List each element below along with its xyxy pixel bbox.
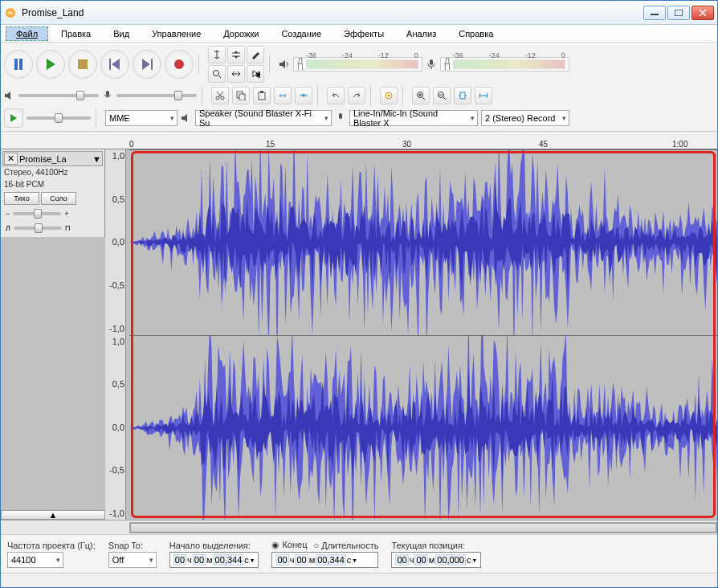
snap-to-combo[interactable]: Off: [108, 552, 157, 568]
mute-button[interactable]: Тихо: [4, 192, 39, 205]
audio-host-combo[interactable]: MME: [105, 110, 177, 126]
selection-start-time[interactable]: 00ч 00м 00,344с▾: [169, 552, 259, 568]
svg-rect-12: [106, 91, 109, 96]
record-channels-combo[interactable]: 2 (Stereo) Record: [481, 110, 569, 126]
selection-start-label: Начало выделения:: [169, 541, 259, 550]
track-collapse-button[interactable]: ▲: [1, 510, 105, 520]
audio-position-label: Текущая позиция:: [391, 541, 481, 550]
svg-rect-3: [14, 59, 18, 70]
menu-tracks[interactable]: Дорожки: [214, 27, 268, 40]
svg-rect-24: [339, 113, 342, 119]
track-format: Стерео, 44100Hz: [2, 166, 103, 178]
input-volume-icon: [102, 90, 113, 101]
fit-selection-button[interactable]: [454, 87, 471, 104]
menu-control[interactable]: Управление: [142, 27, 210, 40]
svg-rect-2: [675, 10, 683, 16]
record-meter[interactable]: ЛП -36-24-120: [440, 57, 569, 71]
envelope-tool[interactable]: [227, 46, 245, 63]
svg-rect-1: [651, 14, 659, 15]
track-area: ✕ Promise_La ▼ Стерео, 44100Hz 16-bit PC…: [1, 149, 717, 520]
svg-rect-7: [151, 59, 153, 70]
input-device-icon: [335, 112, 346, 124]
solo-button[interactable]: Соло: [41, 192, 76, 205]
status-bar: [1, 573, 717, 587]
track-menu-button[interactable]: ▼: [92, 154, 101, 164]
svg-rect-16: [239, 94, 245, 100]
undo-button[interactable]: [327, 87, 345, 104]
output-volume-slider[interactable]: [18, 94, 99, 97]
silence-button[interactable]: [295, 87, 312, 104]
track-close-button[interactable]: ✕: [4, 153, 18, 165]
redo-button[interactable]: [348, 87, 365, 104]
toolbars: ✱ ЛП -36-24-120 ЛП: [1, 43, 717, 132]
svg-rect-17: [259, 92, 265, 100]
multi-tool[interactable]: ✱: [247, 65, 264, 83]
menu-edit[interactable]: Правка: [51, 27, 100, 40]
window-title: Promise_Land: [22, 7, 642, 18]
paste-button[interactable]: [253, 87, 271, 104]
menu-create[interactable]: Создание: [271, 27, 331, 40]
skip-start-button[interactable]: [100, 50, 129, 79]
zoom-in-button[interactable]: [412, 87, 430, 104]
menu-file[interactable]: Файл: [6, 27, 48, 41]
horizontal-scrollbar[interactable]: [1, 520, 717, 534]
output-device-combo[interactable]: Speaker (Sound Blaster X-Fi Su: [195, 110, 332, 126]
waveform-area[interactable]: [129, 149, 717, 520]
end-radio[interactable]: ◉ Конец: [271, 540, 307, 550]
track-pan-slider[interactable]: [14, 227, 62, 230]
length-radio[interactable]: ○ Длительность: [313, 541, 378, 550]
svg-rect-5: [78, 59, 88, 69]
project-rate-label: Частота проекта (Гц):: [7, 541, 96, 550]
pause-button[interactable]: [4, 50, 33, 79]
fit-project-button[interactable]: [475, 87, 492, 104]
output-device-icon: [181, 112, 192, 124]
input-volume-slider[interactable]: [116, 94, 197, 97]
zoom-out-button[interactable]: [433, 87, 451, 104]
svg-rect-6: [109, 59, 111, 70]
output-volume-icon: [4, 90, 15, 101]
zoom-tool[interactable]: [208, 65, 226, 83]
menu-effects[interactable]: Эффекты: [334, 27, 394, 40]
titlebar: Promise_Land: [1, 1, 717, 25]
svg-point-8: [174, 59, 184, 69]
svg-rect-4: [19, 59, 22, 70]
track-bitdepth: 16-bit PCM: [2, 178, 103, 190]
menu-view[interactable]: Вид: [104, 27, 139, 40]
selection-end-time[interactable]: 00ч 00м 00,344с▾: [271, 552, 378, 568]
draw-tool[interactable]: [247, 46, 264, 63]
input-device-combo[interactable]: Line-In/Mic-In (Sound Blaster X: [349, 110, 478, 126]
audio-position-time[interactable]: 00ч 00м 00,000с▾: [391, 552, 481, 568]
menu-analyze[interactable]: Анализ: [397, 27, 446, 40]
track-gain-slider[interactable]: [13, 212, 61, 215]
svg-rect-23: [460, 92, 465, 99]
svg-point-9: [214, 71, 219, 76]
mic-icon: [426, 59, 437, 70]
play-button[interactable]: [36, 50, 65, 79]
sync-lock-button[interactable]: [380, 87, 398, 104]
track-control-panel: ✕ Promise_La ▼ Стерео, 44100Hz 16-bit PC…: [1, 149, 105, 237]
copy-button[interactable]: [232, 87, 250, 104]
stop-button[interactable]: [68, 50, 97, 79]
record-button[interactable]: [165, 50, 194, 79]
snap-to-label: Snap To:: [108, 541, 157, 550]
svg-text:✱: ✱: [255, 70, 260, 79]
skip-end-button[interactable]: [133, 50, 161, 79]
project-rate-combo[interactable]: 44100: [7, 552, 63, 568]
vertical-scale-left: 1,00,50,0-0,5-1,0: [105, 149, 126, 335]
play-speed-slider[interactable]: [27, 116, 91, 120]
playback-meter[interactable]: ЛП -36-24-120: [293, 57, 422, 71]
timeshift-tool[interactable]: [227, 65, 245, 83]
trim-button[interactable]: [274, 87, 292, 104]
selection-tool[interactable]: [208, 46, 226, 63]
timeline-ruler[interactable]: 0 15 30 45 1:00: [1, 132, 717, 149]
selection-highlight: [131, 151, 716, 518]
close-button[interactable]: [691, 6, 714, 20]
maximize-button[interactable]: [667, 6, 690, 20]
menubar: Файл Правка Вид Управление Дорожки Созда…: [1, 25, 717, 43]
svg-point-20: [388, 95, 390, 97]
minimize-button[interactable]: [643, 6, 666, 20]
play-at-speed-button[interactable]: [4, 108, 23, 128]
menu-help[interactable]: Справка: [449, 27, 503, 40]
track-name[interactable]: Promise_La: [18, 154, 92, 164]
cut-button[interactable]: [211, 87, 229, 104]
